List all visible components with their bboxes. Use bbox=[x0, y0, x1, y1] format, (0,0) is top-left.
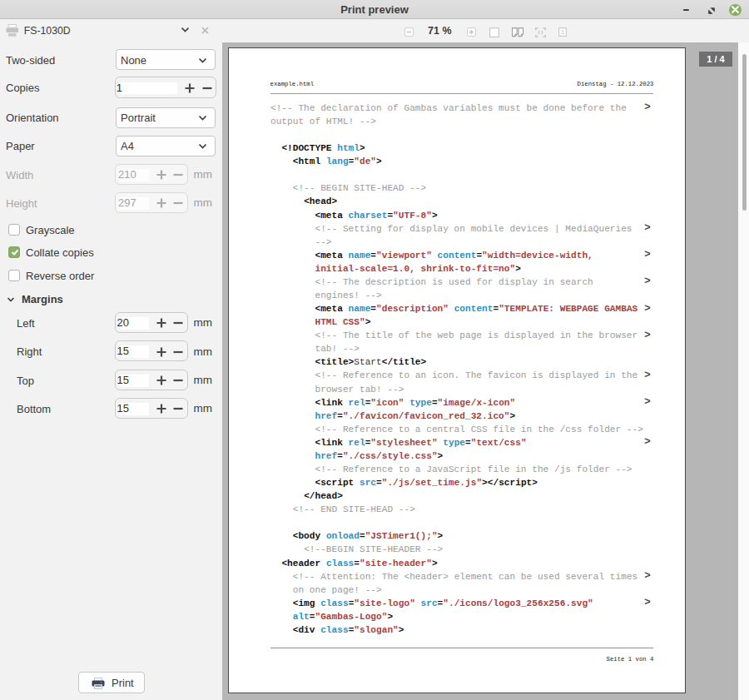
svg-text:1: 1 bbox=[560, 28, 563, 36]
